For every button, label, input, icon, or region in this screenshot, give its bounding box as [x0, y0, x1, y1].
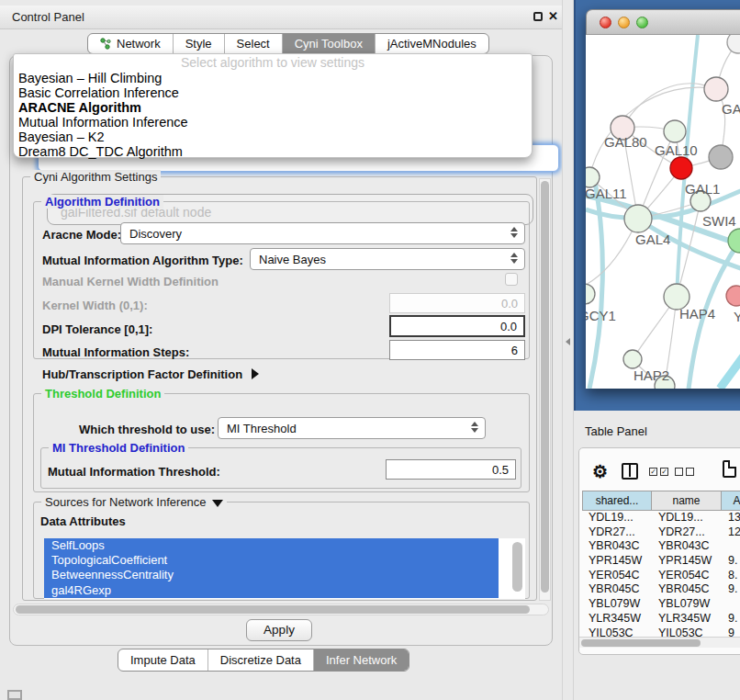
horizontal-scrollbar-thumb[interactable] [16, 605, 530, 614]
dropdown-item[interactable]: Bayesian – K2 [14, 130, 532, 144]
expand-right-icon [252, 368, 259, 379]
control-panel-titlebar: Control Panel ✕ [0, 6, 562, 29]
network-node[interactable] [727, 35, 740, 53]
dropdown-item[interactable]: Mutual Information Inference [14, 115, 532, 130]
kernel-width-field[interactable]: 0.0 [389, 293, 525, 313]
tab-label: jActiveMNodules [387, 37, 477, 51]
table-column-header[interactable]: A [722, 491, 740, 511]
algorithm-dropdown-list: Select algorithm to view settings Bayesi… [13, 53, 533, 158]
unchecked-boxes-icon[interactable] [675, 468, 694, 476]
dropdown-item[interactable]: Bayesian – Hill Climbing [14, 71, 532, 85]
tab-select[interactable]: Select [224, 34, 282, 53]
tab-label: Infer Network [326, 653, 397, 667]
which-threshold-value: MI Threshold [227, 422, 297, 435]
table-row[interactable]: YER054CYER054C8. [582, 569, 740, 583]
tab-label: Impute Data [130, 653, 196, 667]
apply-button[interactable]: Apply [246, 619, 312, 641]
mi-steps-field[interactable]: 6 [389, 340, 525, 360]
node-label: GAL11 [586, 186, 627, 201]
attribute-list-item[interactable]: SelfLoops [44, 538, 499, 553]
attribute-list-item[interactable]: TopologicalCoefficient [44, 553, 499, 568]
mi-type-combo[interactable]: Naive Bayes [250, 248, 525, 270]
combo-arrows-icon [471, 422, 478, 433]
aracne-mode-label: Aracne Mode: [42, 228, 121, 242]
vertical-scrollbar-thumb[interactable] [541, 181, 549, 593]
network-node-gal1[interactable] [670, 157, 692, 179]
table-row[interactable]: YPR145WYPR145W9. [582, 554, 740, 569]
attribute-list-item[interactable]: BetweennessCentrality [44, 568, 499, 582]
dpi-tolerance-field[interactable]: 0.0 [389, 315, 525, 337]
close-traffic-light-icon[interactable] [600, 17, 611, 28]
mi-threshold-group-title: MI Threshold Definition [49, 441, 188, 455]
close-icon[interactable]: ✕ [548, 9, 558, 23]
network-node[interactable] [728, 229, 740, 253]
aracne-mode-value: Discovery [129, 227, 182, 241]
tab-discretize-data[interactable]: Discretize Data [207, 649, 313, 671]
tab-infer-network[interactable]: Infer Network [313, 649, 409, 671]
network-window-titlebar[interactable] [586, 9, 740, 35]
network-node-gal[interactable] [704, 77, 728, 101]
table-cell [722, 597, 740, 612]
new-table-icon[interactable] [723, 460, 736, 478]
tab-cyni-toolbox[interactable]: Cyni Toolbox [282, 34, 375, 53]
table-row[interactable]: YLR345WYLR345W9. [582, 612, 740, 627]
attributes-scrollbar-thumb[interactable] [512, 542, 522, 592]
data-attributes-list: SelfLoopsTopologicalCoefficientBetweenne… [44, 538, 525, 599]
tab-network[interactable]: Network [88, 34, 173, 53]
network-node-hap2[interactable] [623, 350, 642, 368]
table-cell: YPR145W [652, 554, 722, 569]
manual-kernel-checkbox[interactable] [505, 273, 518, 286]
tab-label: Style [185, 37, 212, 51]
table-scrollbar-thumb[interactable] [581, 639, 701, 647]
dropdown-item[interactable]: Dream8 DC_TDC Algorithm [14, 144, 532, 159]
table-toolbar: ⚙ ✓✓ [579, 456, 740, 491]
network-node-gal10[interactable] [664, 120, 686, 142]
dropdown-item[interactable]: Basic Correlation Inference [14, 85, 532, 100]
mi-type-label: Mutual Information Algorithm Type: [42, 254, 243, 267]
control-panel-tabs: NetworkStyleSelectCyni ToolboxjActiveMNo… [87, 33, 489, 54]
table-cell: YER054C [582, 569, 652, 583]
collapsed-panel-icon[interactable] [7, 690, 22, 700]
tab-jactivemnodules[interactable]: jActiveMNodules [375, 34, 488, 53]
table-cell: 12 [722, 525, 740, 540]
panel-divider[interactable] [562, 0, 574, 700]
table-column-header[interactable]: name [652, 491, 722, 511]
network-canvas[interactable]: GALGAL80GAL10GAL1GAL11SWI4GAL4GCY1HAP4YH… [586, 35, 740, 389]
table-row[interactable]: YDL19...YDL19...13 [582, 511, 740, 525]
minimize-traffic-light-icon[interactable] [618, 17, 630, 28]
combo-arrows-icon [510, 253, 518, 264]
table-cell: YDR27... [582, 525, 652, 540]
table-cell: YBR045C [582, 582, 652, 597]
table-row[interactable]: YBR045CYBR045C9. [582, 582, 740, 597]
split-view-icon[interactable] [622, 463, 638, 480]
which-threshold-combo[interactable]: MI Threshold [218, 417, 486, 439]
gear-icon[interactable]: ⚙ [592, 461, 608, 482]
table-cell: YLR345W [582, 612, 652, 627]
table-row[interactable]: YBR043CYBR043C [582, 539, 740, 554]
network-window[interactable]: GALGAL80GAL10GAL1GAL11SWI4GAL4GCY1HAP4YH… [586, 9, 740, 389]
tab-impute-data[interactable]: Impute Data [118, 649, 207, 671]
sources-group-title[interactable]: Sources for Network Inference [41, 495, 227, 509]
table-horizontal-scrollbar[interactable] [579, 637, 740, 648]
hub-definition-toggle[interactable]: Hub/Transcription Factor Definition [42, 367, 259, 381]
network-node-gcy1[interactable] [586, 284, 595, 304]
table-column-header[interactable]: shared... [582, 491, 652, 511]
network-node[interactable] [709, 145, 733, 169]
attribute-list-item[interactable]: gal4RGexp [44, 583, 499, 598]
collapse-left-icon[interactable] [566, 338, 570, 345]
table-row[interactable]: YBL079WYBL079W [582, 597, 740, 612]
mi-threshold-field[interactable]: 0.5 [386, 459, 516, 480]
zoom-traffic-light-icon[interactable] [636, 17, 648, 28]
checked-boxes-icon[interactable]: ✓✓ [649, 468, 668, 476]
aracne-mode-combo[interactable]: Discovery [120, 222, 525, 244]
settings-vertical-scrollbar[interactable] [539, 178, 551, 601]
table-panel: ⚙ ✓✓ shared...nameA YDL19...YDL19...13YD… [578, 447, 740, 655]
network-node-gal4[interactable] [624, 205, 652, 232]
network-node-y[interactable] [726, 286, 740, 306]
table-row[interactable]: YDR27...YDR27...12 [582, 525, 740, 540]
table-cell: 9. [722, 612, 740, 627]
tab-style[interactable]: Style [173, 34, 224, 53]
float-window-icon[interactable] [533, 12, 543, 21]
settings-horizontal-scrollbar[interactable] [13, 604, 549, 615]
dropdown-item[interactable]: ARACNE Algorithm [14, 100, 532, 115]
